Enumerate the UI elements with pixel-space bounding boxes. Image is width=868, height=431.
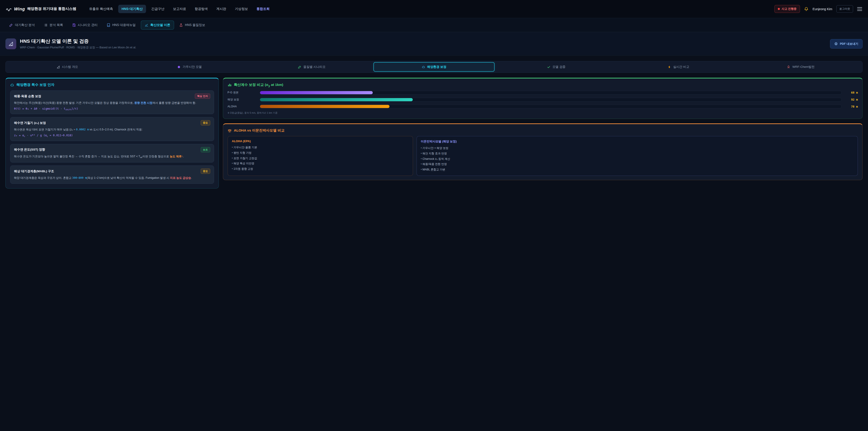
- subtab-label: 확산모델 이론: [150, 23, 170, 27]
- moonjin-model-box: 이문진박사모델 (해양 보정) 가우시안 + 해양 보정 해안 지형 효과 반영…: [416, 136, 858, 176]
- sigma-card-title: 확산계수 보정 비교 (σy at 1km): [234, 83, 283, 88]
- incident-status-label: 사고 진행중: [782, 7, 797, 11]
- nav-item-reports[interactable]: 보고자료: [169, 5, 189, 13]
- main-content: 해양환경 특수 보정 인자 해풍·육풍 순환 보정 핵심 인자 해안에서는 주간…: [0, 73, 868, 193]
- user-name: Eunjeong Kim: [813, 7, 832, 11]
- nav-item-aerial-search[interactable]: 항공탐색: [191, 5, 211, 13]
- pdf-export-label: PDF 내보내기: [840, 42, 858, 46]
- subtab-atmospheric-analysis[interactable]: 대기확산 분석: [5, 21, 39, 30]
- incident-status-badge: 사고 진행중: [774, 5, 800, 13]
- subtab-label: 시나리오 관리: [78, 23, 98, 27]
- subtab-scenario-management[interactable]: 시나리오 관리: [68, 21, 101, 30]
- bar-fill-pg-original: [260, 91, 373, 94]
- comparison-grid: ALOHA (EPA) 가우시안 플룸 기본 평탄 지형 가정 표면 거칠기 고…: [228, 136, 858, 176]
- save-disk-icon: [72, 23, 76, 27]
- bar-track: [260, 98, 842, 101]
- factor-badge: 보조: [201, 147, 210, 152]
- subtab-analysis-list[interactable]: 분석 목록: [40, 21, 67, 30]
- section-tab-model-validation[interactable]: 모델 검증: [495, 62, 617, 72]
- factor-badge: 중요: [201, 120, 210, 125]
- section-tab-wrf-chem[interactable]: WRF-Chem발전: [740, 62, 862, 72]
- pencil-icon: [298, 65, 301, 69]
- bar-row-aloha: ALOHA 78 m: [228, 105, 858, 108]
- bar-track: [260, 105, 842, 108]
- section-tab-marine-correction[interactable]: 해양환경 보정: [373, 62, 495, 72]
- list-item: 표면 거칠기 고정값: [232, 156, 409, 161]
- nav-item-emergency-rescue[interactable]: 긴급구난: [148, 5, 168, 13]
- comparison-card-title: ALOHA vs 이문진박사모델 비교: [234, 128, 285, 133]
- bar-value: 68 m: [845, 91, 858, 94]
- factor-title: 해수면 온도(SST) 영향: [14, 148, 45, 152]
- nav-item-hns-atmospheric[interactable]: HNS·대기확산: [118, 5, 146, 13]
- section-tab-gaussian-model[interactable]: 가우시안 모델: [129, 62, 250, 72]
- nav-item-oil-spill-prediction[interactable]: 유출유 확산예측: [86, 5, 116, 13]
- bar-label: ALOHA: [228, 105, 256, 108]
- cloud-icon: [422, 65, 425, 69]
- bar-value: 92 m: [845, 98, 858, 101]
- printer-icon: [834, 42, 838, 45]
- bar-fill-aloha: [260, 105, 390, 108]
- list-item: 1차원 풍향 고정: [232, 166, 409, 172]
- factor-formula: z₀ = αc · u*² / g (αc ≈ 0.011~0.018): [14, 134, 210, 137]
- factor-badge: 핵심 인자: [195, 94, 210, 99]
- list-item: 가우시안 + 해양 보정: [421, 146, 854, 151]
- factor-sst-influence: 해수면 온도(SST) 영향 보조 해수면 온도가 기온보다 높으면 열적 불안…: [10, 144, 214, 163]
- factor-title: 해상 대기경계층(MABL) 구조: [14, 169, 54, 173]
- bar-label: 해양 보정: [228, 98, 256, 101]
- hamburger-menu-icon[interactable]: [857, 6, 862, 11]
- marine-correction-card: 해양환경 특수 보정 인자 해풍·육풍 순환 보정 핵심 인자 해안에서는 주간…: [5, 78, 219, 188]
- marine-card-header: 해양환경 특수 보정 인자: [10, 83, 214, 87]
- list-item: 평탄 지형 가정: [232, 150, 409, 156]
- moonjin-feature-list: 가우시안 + 해양 보정 해안 지형 효과 반영 Charnock z₀ 동적 …: [421, 146, 854, 173]
- factor-badge: 중요: [201, 168, 210, 174]
- wave-logo-icon: [6, 6, 12, 12]
- section-tab-substance-scenarios[interactable]: 물질별 시나리오: [251, 62, 373, 72]
- right-column: 확산계수 보정 비교 (σy at 1km) P-G 원본 68 m 해양 보정…: [223, 78, 863, 180]
- list-item: 해풍/육풍 전환 반영: [421, 162, 854, 167]
- module-tab-bar: 대기확산 분석 분석 목록 시나리오 관리 HNS 대응매뉴얼 확산모델 이론 …: [0, 18, 868, 32]
- flask-icon: [179, 23, 183, 27]
- cloud-icon: [10, 83, 14, 87]
- list-item: 해양 특성 미반영: [232, 161, 409, 166]
- aloha-box-title: ALOHA (EPA): [232, 140, 409, 143]
- logout-button[interactable]: 로그아웃: [836, 5, 853, 13]
- aloha-model-box: ALOHA (EPA) 가우시안 플룸 기본 평탄 지형 가정 표면 거칠기 고…: [228, 136, 413, 176]
- factor-title: 해수면 거칠기 (z₀) 보정: [14, 121, 46, 125]
- pdf-export-button[interactable]: PDF 내보내기: [830, 39, 863, 49]
- list-item: 가우시안 플룸 기본: [232, 145, 409, 150]
- section-tab-label: 물질별 시나리오: [303, 65, 326, 69]
- model-comparison-card: ALOHA vs 이문진박사모델 비교 ALOHA (EPA) 가우시안 플룸 …: [223, 123, 863, 180]
- brand[interactable]: Wing 해양환경 위기대응 통합시스템: [6, 6, 76, 12]
- section-tab-realtime-comparison[interactable]: 실시간 비교: [618, 62, 739, 72]
- logo-text: Wing: [14, 6, 25, 11]
- brand-title: 해양환경 위기대응 통합시스템: [27, 6, 76, 11]
- nav-item-integrated-search[interactable]: 통합조회: [253, 5, 273, 13]
- marine-card-title: 해양환경 특수 보정 인자: [17, 83, 55, 87]
- factor-title: 해풍·육풍 순환 보정: [14, 94, 41, 98]
- check-icon: [547, 65, 550, 69]
- page-subtitle: WRF-Chem · Gaussian Plume/Puff · ROMS · …: [20, 45, 136, 50]
- factor-body: 해양 대기경계층은 육상과 구조가 상이. 혼합고 300~800 m(육상 1…: [14, 176, 210, 180]
- bar-label: P-G 원본: [228, 91, 256, 94]
- moonjin-box-title: 이문진박사모델 (해양 보정): [421, 140, 854, 144]
- nav-item-board[interactable]: 게시판: [213, 5, 230, 13]
- nav-item-weather-info[interactable]: 기상정보: [231, 5, 251, 13]
- factor-body: 해안에서는 주간(해풍)·야간(육풍) 풍향 전환 발생. 기존 가우시안 모델…: [14, 100, 210, 105]
- factor-formula: θ(t) = θ₀ + Δθ · sigmoid((t - tshift)/τ): [14, 107, 210, 111]
- section-tab-system-overview[interactable]: 시스템 개요: [6, 62, 128, 72]
- subtab-hns-substance-info[interactable]: HNS 물질정보: [176, 21, 209, 30]
- book-icon: [107, 23, 110, 27]
- subtab-diffusion-model-theory[interactable]: 확산모델 이론: [141, 21, 174, 30]
- bar-fill-marine-corrected: [260, 98, 413, 101]
- notification-bell-button[interactable]: [804, 7, 809, 11]
- bar-value: 78 m: [845, 105, 858, 108]
- bar-chart-icon: [228, 83, 232, 87]
- page-title-block: HNS 대기확산 모델 이론 및 검증 WRF-Chem · Gaussian …: [20, 38, 136, 50]
- rocket-icon: [787, 65, 790, 69]
- bar-row-marine-corrected: 해양 보정 92 m: [228, 98, 858, 101]
- page-icon: [5, 38, 16, 49]
- subtab-hns-response-manual[interactable]: HNS 대응매뉴얼: [103, 21, 140, 30]
- section-tab-label: 가우시안 모델: [183, 65, 202, 69]
- status-dot-icon: [778, 8, 780, 10]
- page-header: HNS 대기확산 모델 이론 및 검증 WRF-Chem · Gaussian …: [0, 32, 868, 56]
